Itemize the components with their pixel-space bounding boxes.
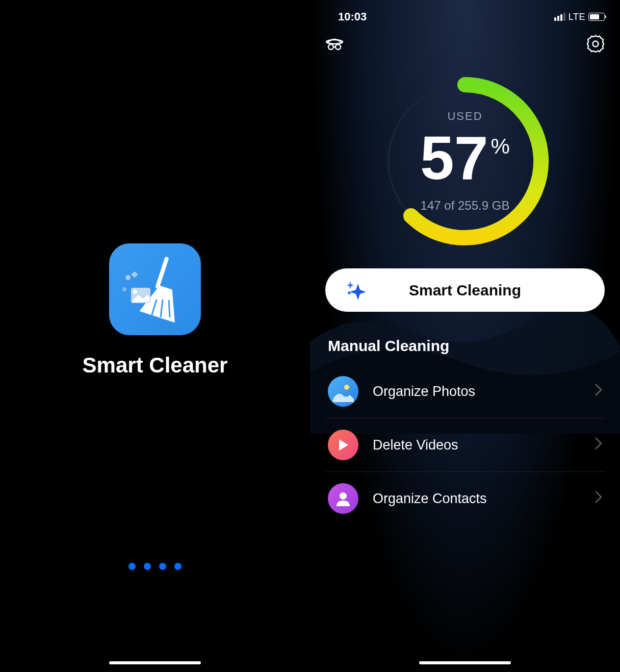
svg-point-11 xyxy=(593,41,599,47)
svg-rect-0 xyxy=(155,256,169,289)
photos-icon xyxy=(328,376,358,407)
used-label: USED xyxy=(420,110,510,123)
videos-icon xyxy=(328,430,358,460)
percent-sign: % xyxy=(491,134,510,159)
chevron-right-icon xyxy=(595,383,602,400)
incognito-button[interactable] xyxy=(324,34,345,54)
status-bar: 10:03 LTE xyxy=(310,0,620,29)
manual-cleaning-title: Manual Cleaning xyxy=(328,337,605,355)
contacts-icon xyxy=(328,483,358,514)
smart-cleaning-button[interactable]: Smart Cleaning xyxy=(325,268,605,312)
network-label: LTE xyxy=(569,12,585,22)
top-bar xyxy=(310,29,620,64)
svg-point-15 xyxy=(340,492,347,500)
svg-point-6 xyxy=(125,275,131,280)
svg-point-13 xyxy=(348,291,351,294)
battery-icon xyxy=(588,13,605,21)
loading-indicator xyxy=(128,563,182,570)
gear-icon xyxy=(586,35,605,53)
storage-ring: USED 57 % 147 of 255.9 GB xyxy=(373,69,557,253)
svg-point-5 xyxy=(133,290,137,294)
organize-photos-item[interactable]: Organize Photos xyxy=(325,365,605,418)
broom-cleaner-icon xyxy=(117,251,193,328)
status-time: 10:03 xyxy=(338,10,367,23)
svg-point-8 xyxy=(328,44,333,49)
smart-cleaning-label: Smart Cleaning xyxy=(409,282,521,299)
organize-contacts-item[interactable]: Organize Contacts xyxy=(325,472,605,525)
list-item-label: Organize Photos xyxy=(373,384,595,400)
splash-screen: Smart Cleaner xyxy=(0,0,310,672)
percent-value: 57 xyxy=(420,127,488,188)
app-icon xyxy=(109,243,201,335)
signal-icon xyxy=(554,13,565,21)
settings-button[interactable] xyxy=(585,34,606,54)
app-title: Smart Cleaner xyxy=(83,353,228,378)
svg-point-9 xyxy=(335,44,341,49)
home-indicator[interactable] xyxy=(109,661,201,664)
svg-point-14 xyxy=(344,385,349,390)
status-icons: LTE xyxy=(554,12,605,22)
incognito-icon xyxy=(324,34,345,54)
storage-text: 147 of 255.9 GB xyxy=(420,198,510,213)
list-item-label: Delete Videos xyxy=(373,437,595,453)
chevron-right-icon xyxy=(595,437,602,453)
chevron-right-icon xyxy=(595,490,602,507)
delete-videos-item[interactable]: Delete Videos xyxy=(325,418,605,472)
home-indicator[interactable] xyxy=(419,661,511,664)
svg-line-3 xyxy=(169,300,170,317)
dashboard-screen: 10:03 LTE xyxy=(310,0,620,672)
sparkle-icon xyxy=(346,280,367,301)
list-item-label: Organize Contacts xyxy=(373,491,595,507)
